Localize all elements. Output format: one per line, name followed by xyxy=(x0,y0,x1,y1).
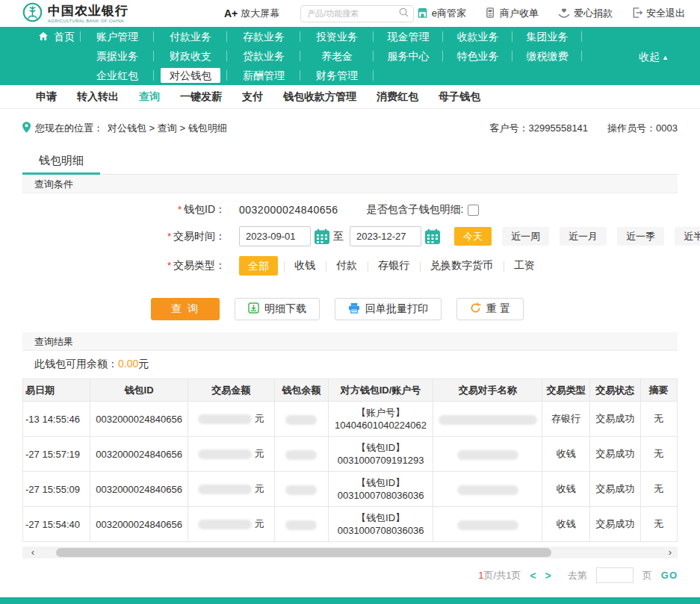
type-all[interactable]: 全部 xyxy=(239,256,278,275)
nav-item[interactable]: 贷款业务 xyxy=(227,46,300,66)
type-pay[interactable]: 付款 xyxy=(326,259,368,273)
table-hscrollbar[interactable]: ‹ › xyxy=(22,547,678,558)
table-row: -13 14:55:46 0032000024840656 元 【账户号】104… xyxy=(23,402,678,437)
nav-collapse-button[interactable]: 收起 ▲ xyxy=(639,51,669,64)
search-input[interactable] xyxy=(307,9,399,18)
scroll-left-icon[interactable]: ‹ xyxy=(27,547,39,558)
nav-item[interactable]: 现金管理 xyxy=(374,27,443,46)
cell-summary: 无 xyxy=(640,472,677,507)
cell-counterparty-name xyxy=(433,437,542,472)
cell-type: 存银行 xyxy=(542,402,590,437)
nav-item[interactable]: 投资业务 xyxy=(300,27,374,46)
quick-range-quarter[interactable]: 近一季 xyxy=(617,227,664,246)
nav-item[interactable]: 账户管理 xyxy=(81,27,154,46)
link-label: 商户收单 xyxy=(500,7,539,20)
subnav-transfer[interactable]: 转入转出 xyxy=(77,90,119,104)
go-button[interactable]: GO xyxy=(661,570,678,581)
nav-item[interactable]: 缴税缴费 xyxy=(512,46,582,66)
download-detail-button[interactable]: 明细下载 xyxy=(235,298,320,320)
subnav-pay[interactable]: 支付 xyxy=(242,90,263,104)
cell-date: -27 15:55:09 xyxy=(23,472,90,507)
type-receive[interactable]: 收钱 xyxy=(284,259,326,273)
cell-wallet-id: 0032000024840656 xyxy=(90,402,188,437)
reset-button[interactable]: 重 置 xyxy=(456,298,524,320)
cell-counterparty-name xyxy=(433,507,542,542)
nav-item[interactable]: 收款业务 xyxy=(443,27,512,46)
nav-item[interactable]: 薪酬管理 xyxy=(227,66,300,85)
date-to-input[interactable] xyxy=(350,226,421,246)
home-icon xyxy=(39,31,51,43)
required-mark: * xyxy=(167,260,171,271)
goto-page-input[interactable] xyxy=(596,567,634,583)
link-label: e商管家 xyxy=(432,7,466,20)
customer-no: 客户号：32995558141 xyxy=(490,122,589,135)
cell-status: 交易成功 xyxy=(589,402,640,437)
zoom-label: 放大屏幕 xyxy=(241,7,279,20)
nav-item[interactable]: 财政收支 xyxy=(154,46,227,66)
subnav-payroll[interactable]: 一键发薪 xyxy=(180,90,222,104)
subnav-query-active[interactable]: 查询 xyxy=(139,90,160,104)
bank-name: 中国农业银行 xyxy=(48,4,128,17)
nav-item[interactable]: 特色业务 xyxy=(443,46,512,66)
col-summary: 摘要 xyxy=(640,379,677,402)
nav-item[interactable]: 票据业务 xyxy=(81,46,154,66)
type-salary[interactable]: 工资 xyxy=(504,259,545,273)
subnav-apply[interactable]: 申请 xyxy=(36,90,57,104)
nav-item[interactable]: 服务中心 xyxy=(374,46,443,66)
print-label: 回单批量打印 xyxy=(365,302,428,316)
quick-range-halfyear[interactable]: 近半年 xyxy=(675,227,700,246)
nav-item[interactable]: 养老金 xyxy=(300,46,374,66)
operator-no: 操作员号：0003 xyxy=(607,122,678,135)
subnav-parent-child-wallet[interactable]: 母子钱包 xyxy=(439,90,480,104)
batch-print-receipt-button[interactable]: 回单批量打印 xyxy=(335,298,442,320)
date-from-input[interactable] xyxy=(239,226,311,246)
cell-type: 收钱 xyxy=(542,507,590,542)
calendar-icon-from[interactable] xyxy=(314,228,330,245)
nav-item[interactable]: 企业红包 xyxy=(81,66,154,85)
table-row: -27 15:54:40 0032000024840656 元 【钱包ID】00… xyxy=(23,507,678,542)
nav-item[interactable]: 财务管理 xyxy=(300,66,374,85)
quick-range-month[interactable]: 近一月 xyxy=(560,227,607,246)
balance-label: 此钱包可用余额： xyxy=(34,358,118,370)
calendar-icon-to[interactable] xyxy=(424,228,441,245)
reset-icon xyxy=(470,302,481,316)
quick-range-week[interactable]: 近一周 xyxy=(502,227,549,246)
col-amount: 交易金额 xyxy=(188,379,274,402)
redacted-name xyxy=(457,450,518,460)
screen-zoom-control[interactable]: A+ 放大屏幕 xyxy=(224,7,279,20)
page-unit-label: 页 xyxy=(642,569,652,582)
nav-home[interactable]: 首页 xyxy=(33,27,81,46)
breadcrumb-path[interactable]: 对公钱包 > 查询 > 钱包明细 xyxy=(108,122,227,135)
nav-item[interactable]: 付款业务 xyxy=(154,27,227,46)
prev-page-icon[interactable]: < xyxy=(530,570,536,582)
tab-wallet-detail[interactable]: 钱包明细 xyxy=(22,148,100,175)
redacted-balance xyxy=(285,520,317,530)
redacted-name xyxy=(457,520,518,530)
query-button[interactable]: 查 询 xyxy=(151,298,220,320)
type-deposit-bank[interactable]: 存银行 xyxy=(368,259,420,273)
transaction-type-row: *交易类型： 全部 收钱 付款 存银行 兑换数字货币 工资 xyxy=(22,256,678,275)
scrollbar-thumb[interactable] xyxy=(56,548,551,557)
link-e-merchant[interactable]: e商管家 xyxy=(417,7,466,20)
nav-item[interactable]: 存款业务 xyxy=(227,27,300,46)
type-exchange-digital-currency[interactable]: 兑换数字货币 xyxy=(420,259,504,273)
subnav-red-packet[interactable]: 消费红包 xyxy=(377,90,418,104)
quick-range-today[interactable]: 今天 xyxy=(454,227,492,246)
include-sub-wallet-checkbox[interactable] xyxy=(468,205,479,216)
quick-range-group: 今天 近一周 近一月 近一季 近半年 xyxy=(454,227,700,246)
search-icon[interactable] xyxy=(399,7,409,20)
link-merchant-acquiring[interactable]: 商户收单 xyxy=(486,7,539,20)
nav-item-active-corporate-wallet[interactable]: 对公钱包 xyxy=(154,66,227,85)
main-nav: 首页 账户管理 票据业务 企业红包 付款业务 财政收支 对公钱包 存款业务 贷款… xyxy=(0,27,700,85)
link-safe-exit[interactable]: 安全退出 xyxy=(632,7,685,20)
wallet-id-label: 钱包ID： xyxy=(184,203,226,215)
nav-item[interactable]: 集团业务 xyxy=(512,27,582,46)
link-donation[interactable]: 爱心捐款 xyxy=(558,7,613,20)
table-row: -27 15:55:09 0032000024840656 元 【钱包ID】00… xyxy=(23,472,678,507)
cell-date: -27 15:57:19 xyxy=(23,437,90,472)
subnav-payee-mgmt[interactable]: 钱包收款方管理 xyxy=(283,90,356,104)
cell-summary: 无 xyxy=(640,437,677,472)
sub-nav: 申请 转入转出 查询 一键发薪 支付 钱包收款方管理 消费红包 母子钱包 xyxy=(0,85,700,109)
scroll-right-icon[interactable]: › xyxy=(664,547,676,558)
next-page-icon[interactable]: > xyxy=(545,570,551,582)
